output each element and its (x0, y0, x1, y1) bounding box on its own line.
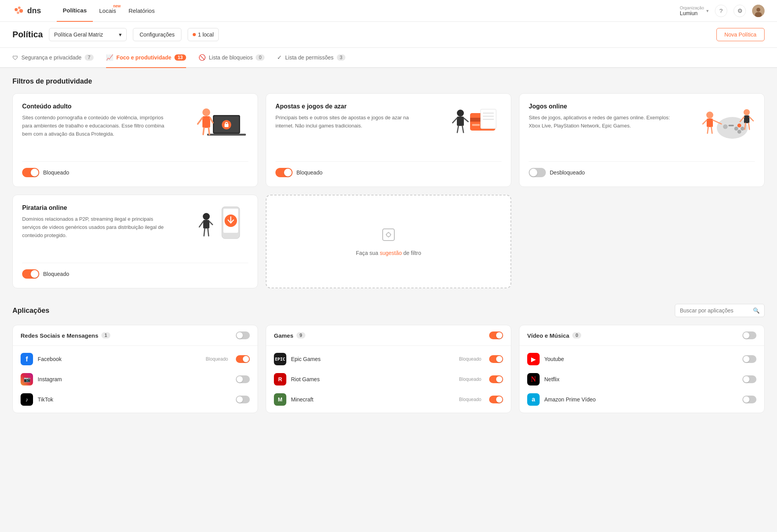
svg-point-12 (202, 108, 210, 116)
card-status-jogos: Desbloqueado (550, 169, 585, 176)
avatar[interactable] (752, 5, 765, 17)
svg-point-34 (740, 127, 744, 131)
toggle-instagram[interactable] (236, 375, 250, 383)
toggle-netflix[interactable] (742, 375, 756, 383)
svg-rect-54 (203, 220, 209, 228)
help-button[interactable]: ? (715, 5, 727, 17)
card-desc-jogos: Sites de jogos, aplicativos e redes de g… (529, 114, 676, 130)
logo[interactable]: dns (12, 5, 41, 17)
toggle-amazon[interactable] (742, 396, 756, 403)
svg-rect-11 (225, 124, 228, 127)
svg-line-14 (198, 118, 202, 124)
svg-point-60 (387, 233, 390, 237)
app-cat-count-video: 0 (572, 332, 581, 338)
page-title: Política (12, 30, 43, 40)
svg-point-33 (737, 124, 741, 127)
filter-card-pirataria: Pirataria online Domínios relacionados a… (12, 195, 258, 288)
tab-bloqueios[interactable]: 🚫 Lista de bloqueios 0 (199, 48, 265, 67)
minecraft-logo: M (274, 393, 286, 406)
toggle-apostas[interactable] (275, 168, 293, 177)
app-search-input[interactable] (680, 307, 750, 314)
app-category-games: Games 9 EPIC Epic Games Bloqueado (266, 325, 511, 413)
app-category-video: Vídeo e Música 0 ▶ Youtube (519, 325, 765, 413)
tab-foco[interactable]: 📈 Foco e produtividade 13 (106, 48, 186, 68)
nav-politicas[interactable]: Políticas (57, 0, 93, 22)
app-list-redes: f Facebook Bloqueado 📷 Instagram (13, 346, 258, 413)
suggest-link[interactable]: sugestão (380, 250, 402, 256)
toggle-minecraft[interactable] (489, 396, 503, 403)
tab-permissoes[interactable]: ✓ Lista de permissões 3 (277, 48, 345, 67)
local-dot (193, 33, 196, 36)
app-search-box[interactable]: 🔍 (675, 304, 765, 317)
app-cat-header-video: Vídeo e Música 0 (519, 325, 764, 346)
epicgames-logo: EPIC (274, 353, 286, 365)
svg-point-0 (15, 8, 18, 11)
config-button[interactable]: Configurações (133, 28, 181, 41)
toggle-youtube[interactable] (742, 355, 756, 363)
svg-line-49 (749, 123, 749, 129)
toggle-epic-games[interactable] (489, 355, 503, 363)
netflix-logo: N (527, 373, 540, 385)
card-status-apostas: Bloqueado (296, 169, 322, 176)
main-content: Filtros de produtividade Conteúdo adulto… (0, 68, 777, 422)
apps-grid: Redes Sociais e Mensagens 1 f Facebook B… (12, 325, 765, 413)
jogos-illustration (698, 101, 756, 144)
app-cat-title-video: Vídeo e Música 0 (527, 332, 581, 339)
filter-card-suggestion[interactable]: Faça sua sugestão de filtro (266, 195, 511, 288)
svg-line-55 (199, 222, 203, 227)
app-item-youtube: ▶ Youtube (519, 349, 764, 369)
toggle-redes-sociais[interactable] (236, 331, 250, 339)
svg-line-29 (457, 126, 458, 133)
card-footer-jogos: Desbloqueado (529, 161, 755, 177)
tab-seguranca[interactable]: 🛡 Segurança e privacidade 7 (12, 48, 94, 67)
svg-point-3 (17, 11, 19, 14)
facebook-logo: f (21, 353, 33, 365)
app-item-amazon: a Amazon Prime Vídeo (519, 389, 764, 410)
svg-point-38 (706, 112, 713, 119)
new-badge: new (113, 4, 120, 8)
app-cat-header-redes: Redes Sociais e Mensagens 1 (13, 325, 258, 346)
productivity-section-title: Filtros de produtividade (12, 77, 765, 85)
org-label: Organização (680, 5, 704, 10)
chevron-down-icon: ▾ (119, 31, 122, 38)
nav-locais[interactable]: new Locais (93, 0, 122, 22)
nav-relatorios[interactable]: Relatórios (122, 0, 161, 22)
svg-rect-39 (707, 119, 713, 127)
svg-line-27 (453, 118, 457, 123)
org-name: Lumiun (680, 10, 704, 16)
toggle-tiktok[interactable] (236, 396, 250, 403)
chevron-down-icon: ▾ (706, 8, 709, 14)
toggle-video-category[interactable] (742, 331, 756, 339)
suggest-text: Faça sua sugestão de filtro (356, 250, 421, 256)
header-right: Organização Lumiun ▾ ? ⚙ (680, 5, 765, 17)
amazon-logo: a (527, 393, 540, 406)
filters-grid: Conteúdo adulto Sites contendo pornograf… (12, 93, 765, 288)
search-icon: 🔍 (753, 307, 760, 314)
suggest-icon (381, 227, 396, 246)
toggle-riot-games[interactable] (489, 375, 503, 383)
app-cat-title-redes: Redes Sociais e Mensagens 1 (21, 332, 110, 339)
org-selector[interactable]: Organização Lumiun ▾ (680, 5, 709, 16)
tab-count-bloqueios: 0 (256, 54, 265, 61)
apps-section-header: Aplicações 🔍 (12, 304, 765, 317)
app-item: ♪ TikTok (13, 389, 258, 410)
svg-rect-13 (202, 116, 210, 128)
adult-illustration (192, 101, 250, 144)
toggle-games-category[interactable] (489, 331, 503, 339)
svg-line-57 (204, 228, 205, 236)
svg-line-47 (749, 117, 753, 121)
svg-point-1 (18, 6, 20, 9)
toggle-facebook[interactable] (236, 355, 250, 363)
toggle-adult[interactable] (22, 168, 39, 177)
policy-selector[interactable]: Política Geral Matriz ▾ (49, 28, 127, 41)
app-item: R Riot Games Bloqueado (266, 369, 511, 389)
svg-rect-9 (207, 134, 246, 136)
nova-politica-button[interactable]: Nova Política (716, 28, 765, 41)
toggle-jogos[interactable] (529, 168, 546, 177)
local-badge[interactable]: 1 local (188, 28, 219, 41)
toggle-pirataria[interactable] (22, 269, 39, 279)
settings-button[interactable]: ⚙ (733, 5, 746, 17)
filter-card-jogos: Jogos online Sites de jogos, aplicativos… (519, 93, 765, 187)
card-footer-pirataria: Bloqueado (22, 263, 248, 279)
app-item: 📷 Instagram (13, 369, 258, 389)
